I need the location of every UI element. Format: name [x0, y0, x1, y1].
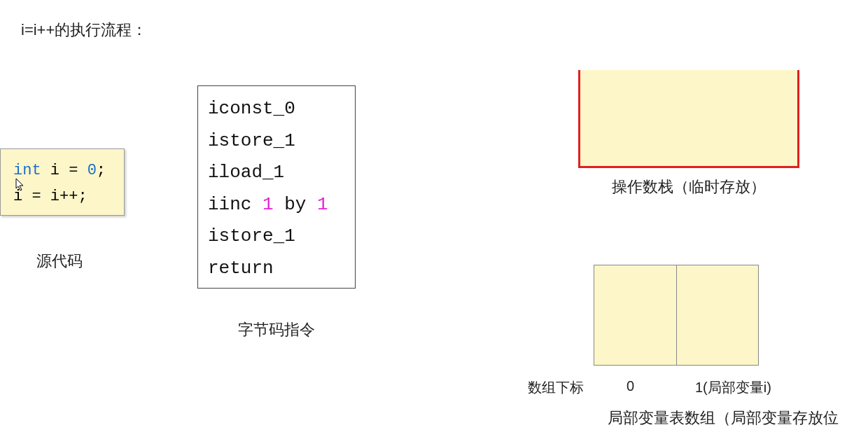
source-line-1: int i = 0; — [13, 158, 111, 183]
source-line-2: i = i++; — [13, 183, 111, 209]
diagram-title: i=i++的执行流程： — [21, 20, 147, 41]
bytecode-text: by — [274, 194, 317, 215]
bytecode-line: iinc 1 by 1 — [208, 189, 345, 221]
bytecode-line: iconst_0 — [208, 93, 345, 125]
bytecode-label: 字节码指令 — [238, 319, 315, 340]
operand-stack-label: 操作数栈（临时存放） — [612, 176, 766, 197]
bytecode-box: iconst_0 istore_1 iload_1 iinc 1 by 1 is… — [197, 85, 356, 289]
bytecode-line: istore_1 — [208, 125, 345, 158]
lvt-cell-0 — [594, 265, 677, 365]
array-index-1: 1(局部变量i) — [695, 378, 771, 397]
keyword-int: int — [13, 162, 41, 179]
bytecode-line: istore_1 — [208, 221, 345, 253]
source-text: i = — [41, 162, 88, 179]
number-zero: 0 — [88, 162, 97, 179]
bytecode-text: iinc — [208, 194, 262, 215]
array-index-0: 0 — [626, 378, 634, 394]
bytecode-line: return — [208, 253, 345, 285]
semicolon: ; — [97, 162, 106, 179]
lvt-cell-1 — [677, 265, 759, 365]
source-label: 源代码 — [36, 251, 83, 272]
operand-stack-box — [578, 70, 799, 168]
array-index-label: 数组下标 — [528, 378, 584, 397]
bytecode-operand: 1 — [262, 194, 274, 215]
bytecode-line: iload_1 — [208, 157, 345, 189]
local-var-table-label: 局部变量表数组（局部变量存放位置） — [608, 408, 868, 430]
bytecode-operand: 1 — [317, 194, 328, 215]
local-var-table-box — [594, 265, 759, 366]
source-code-box: int i = 0; i = i++; — [0, 148, 125, 216]
